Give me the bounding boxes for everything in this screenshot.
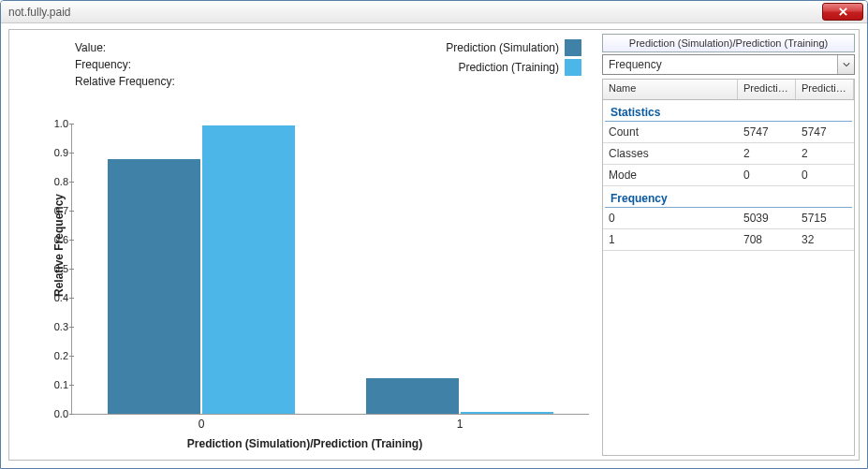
y-tick: 1.0 bbox=[40, 118, 68, 129]
table-cell: 5747 bbox=[796, 124, 854, 140]
y-tick: 0.3 bbox=[40, 321, 68, 332]
legend-item-training: Prediction (Training) bbox=[446, 59, 581, 76]
x-tick: 0 bbox=[199, 418, 205, 431]
table-cell: Count bbox=[603, 124, 738, 140]
y-tick: 0.1 bbox=[40, 379, 68, 390]
table-cell: 5747 bbox=[738, 124, 796, 140]
col-header-pred1[interactable]: Predictio… bbox=[738, 80, 796, 99]
table-row[interactable]: Classes22 bbox=[603, 143, 854, 165]
y-tick: 0.5 bbox=[40, 263, 68, 274]
y-tick: 0.9 bbox=[40, 147, 68, 158]
y-tick: 0.7 bbox=[40, 205, 68, 216]
y-tick: 0.6 bbox=[40, 234, 68, 245]
legend-item-simulation: Prediction (Simulation) bbox=[446, 39, 581, 56]
legend-label-simulation: Prediction (Simulation) bbox=[446, 41, 559, 54]
table-cell: 0 bbox=[796, 167, 854, 183]
y-tick: 0.4 bbox=[40, 292, 68, 303]
close-button[interactable] bbox=[822, 3, 863, 21]
chevron-down-icon bbox=[837, 55, 854, 74]
hover-info-block: Value: Frequency: Relative Frequency: bbox=[75, 39, 175, 90]
table-cell: 708 bbox=[738, 231, 796, 248]
table-cell: 5039 bbox=[738, 210, 796, 227]
legend: Prediction (Simulation) Prediction (Trai… bbox=[446, 39, 581, 79]
chart-pane: Value: Frequency: Relative Frequency: Pr… bbox=[9, 30, 600, 460]
side-header-button[interactable]: Prediction (Simulation)/Prediction (Trai… bbox=[602, 34, 855, 52]
metric-dropdown[interactable]: Frequency bbox=[602, 54, 855, 75]
info-value-label: Value: bbox=[75, 39, 175, 56]
table-cell: 5715 bbox=[796, 210, 854, 227]
table-cell: Mode bbox=[603, 167, 738, 183]
section-title: Frequency bbox=[605, 186, 852, 208]
y-tick: 0.2 bbox=[40, 350, 68, 361]
window-title: not.fully.paid bbox=[8, 6, 822, 19]
col-header-name[interactable]: Name bbox=[603, 80, 738, 99]
titlebar: not.fully.paid bbox=[1, 1, 867, 23]
table-row[interactable]: 170832 bbox=[603, 229, 854, 251]
stats-table-body: StatisticsCount57475747Classes22Mode00Fr… bbox=[603, 100, 854, 251]
legend-label-training: Prediction (Training) bbox=[458, 61, 559, 74]
col-header-pred2[interactable]: Predictio… bbox=[796, 80, 854, 99]
table-cell: 32 bbox=[796, 231, 854, 248]
close-icon bbox=[838, 7, 848, 17]
y-tick: 0.0 bbox=[40, 408, 68, 419]
table-cell: 0 bbox=[603, 210, 738, 227]
bar bbox=[461, 412, 553, 414]
info-frequency-label: Frequency: bbox=[75, 56, 175, 73]
legend-swatch-training bbox=[565, 59, 581, 76]
info-relfreq-label: Relative Frequency: bbox=[75, 73, 175, 90]
legend-swatch-simulation bbox=[565, 39, 581, 56]
table-row[interactable]: Count57475747 bbox=[603, 122, 854, 143]
content-frame: Value: Frequency: Relative Frequency: Pr… bbox=[8, 29, 860, 461]
table-cell: Classes bbox=[603, 145, 738, 162]
x-axis-label: Prediction (Simulation)/Prediction (Trai… bbox=[9, 437, 600, 450]
table-cell: 1 bbox=[603, 231, 738, 248]
x-tick: 1 bbox=[457, 418, 463, 431]
y-tick: 0.8 bbox=[40, 176, 68, 187]
table-cell: 2 bbox=[796, 145, 854, 162]
table-cell: 0 bbox=[738, 167, 796, 183]
table-row[interactable]: Mode00 bbox=[603, 165, 854, 186]
table-cell: 2 bbox=[738, 145, 796, 162]
bar bbox=[366, 378, 459, 414]
side-panel: Prediction (Simulation)/Prediction (Trai… bbox=[600, 30, 859, 460]
section-title: Statistics bbox=[605, 100, 852, 122]
bar bbox=[202, 125, 295, 414]
table-row[interactable]: 050395715 bbox=[603, 208, 854, 229]
bar bbox=[108, 159, 200, 414]
plot-area: 0.00.10.20.30.40.50.60.70.80.91.001 bbox=[71, 124, 589, 415]
dropdown-value: Frequency bbox=[603, 55, 837, 74]
stats-table-header: Name Predictio… Predictio… bbox=[603, 80, 854, 100]
stats-table: Name Predictio… Predictio… StatisticsCou… bbox=[602, 79, 855, 456]
